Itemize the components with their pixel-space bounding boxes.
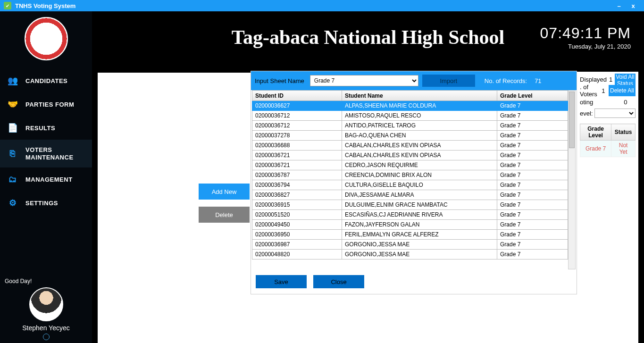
nav-candidates[interactable]: 👥 CANDIDATES (0, 69, 92, 92)
col-student-id[interactable]: Student ID (252, 91, 342, 101)
student-id-label: Student ID (196, 96, 252, 103)
app-title: TNHS Voting System (15, 2, 75, 9)
rp-col-status[interactable]: Status (611, 124, 636, 141)
fullname-label: Fullname (196, 119, 252, 126)
nav-settings[interactable]: ⚙ SETTINGS (0, 191, 92, 215)
app-icon: ✔ (4, 2, 11, 9)
sidebar: 👥 CANDIDATES 🤝 PARTIES FORM 📄 RESULTS ⎘ … (0, 11, 92, 343)
titlebar: ✔ TNHS Voting System – x (0, 0, 644, 11)
parties-icon: 🤝 (8, 99, 18, 109)
nav-results[interactable]: 📄 RESULTS (0, 116, 92, 140)
status-grid[interactable]: Grade Level Status Grade 7 Not Yet (580, 124, 636, 280)
grid-scrollbar[interactable] (568, 90, 576, 269)
table-row[interactable]: 02000036987GORGONIO,JESSA MAEGrade 7 (252, 240, 568, 250)
nav-management[interactable]: 🗂 MANAGEMENT (0, 167, 92, 191)
student-id-input[interactable] (196, 105, 243, 115)
table-row[interactable]: 02000036627ALPAS,SHEENA MARIE COLDURAGra… (252, 101, 568, 111)
table-row[interactable]: 02000048820GORGONIO,JESSA MAEGrade 7 (252, 250, 568, 259)
nav-label: SETTINGS (25, 200, 58, 207)
right-panel: Displayed 1 Void All Status . of Voters … (577, 72, 638, 280)
nav-label: VOTERS MAINTENANCE (25, 146, 84, 161)
nav-label: MANAGEMENT (25, 176, 73, 183)
close-button[interactable]: Close (313, 275, 364, 288)
results-icon: 📄 (8, 123, 18, 133)
table-row[interactable]: 02000036688CABALAN,CHARLES KEVIN OPIASAG… (252, 141, 568, 151)
table-row[interactable]: 02000036712AMISTOSO,RAQUEL RESCOGrade 7 (252, 111, 568, 121)
input-sheet-label: Input Sheet Name (255, 77, 304, 84)
candidates-icon: 👥 (8, 75, 18, 86)
table-row[interactable]: 02000036827DIVA,JESSAMAE ALMARAGrade 7 (252, 190, 568, 200)
time: 07:49:11 PM (540, 25, 631, 42)
lock-icon[interactable] (43, 334, 50, 340)
students-grid[interactable]: Student ID Student Name Grade Level 0200… (252, 90, 568, 259)
settings-icon: ⚙ (8, 198, 18, 208)
delete-button[interactable]: Delete (199, 207, 250, 223)
nav-label: CANDIDATES (25, 77, 67, 84)
nav-voters-maintenance[interactable]: ⎘ VOTERS MAINTENANCE (0, 140, 92, 167)
records-value: 71 (535, 77, 541, 84)
table-row[interactable]: 02000036787CREENCIA,DOMINIC BRIX ALONGra… (252, 170, 568, 180)
greeting: Good Day! (5, 278, 87, 284)
close-window-button[interactable]: x (626, 2, 640, 9)
voting-label: oting (580, 99, 616, 106)
grade-level-input[interactable] (196, 151, 243, 161)
void-all-button[interactable]: Void All Status (615, 74, 636, 85)
clock: 07:49:11 PM Tuesday, July 21, 2020 (540, 25, 631, 50)
sheet-select[interactable]: Grade 7 (310, 75, 418, 86)
nav-parties[interactable]: 🤝 PARTIES FORM (0, 92, 92, 116)
voters-label: . of Voters (580, 84, 598, 98)
voters-icon: ⎘ (8, 149, 18, 159)
delete-all-button[interactable]: Delete All (609, 85, 636, 96)
voting-value: 0 (616, 99, 636, 106)
table-row[interactable]: 02000036950FERIL,EMMALYN GRACE ALFEREZGr… (252, 230, 568, 240)
save-button[interactable]: Save (256, 275, 307, 288)
displayed-label: Displayed (580, 76, 607, 83)
level-select[interactable] (594, 109, 636, 118)
import-modal: Input Sheet Name Grade 7 Import No. of R… (251, 71, 577, 294)
user-avatar (29, 287, 63, 321)
level-label: evel: (580, 110, 593, 117)
records-label: No. of Records: (485, 77, 527, 84)
displayed-value: 1 (607, 76, 615, 83)
table-row[interactable]: 02000049450FAZON,JAYFERSON GALANGrade 7 (252, 220, 568, 230)
table-row[interactable]: 02000051520ESCASIÑAS,CJ AEDRIANNE RIVERA… (252, 210, 568, 220)
nav-label: RESULTS (25, 125, 55, 132)
voters-value: 1 (598, 87, 609, 94)
grade-level-label: Grade Level (196, 142, 252, 150)
content-area: Tag-abaca National High School 07:49:11 … (92, 11, 644, 343)
nav-label: PARTIES FORM (25, 101, 74, 108)
voter-form: Student ID Fullname Grade Level (196, 96, 252, 166)
col-student-name[interactable]: Student Name (342, 91, 497, 101)
add-new-button[interactable]: Add New (199, 184, 250, 200)
table-row[interactable]: 02000036915DULGUIME,ELNIM GRACE NAMBATAC… (252, 200, 568, 210)
username: Stephen Yecyec (22, 324, 69, 332)
fullname-input[interactable] (196, 128, 243, 138)
import-button[interactable]: Import (422, 75, 475, 87)
table-row[interactable]: 02000036721CABALAN,CHARLES KEVIN OPIASAG… (252, 151, 568, 160)
table-row[interactable]: 02000037278BAG-AO,QUENA CHENGrade 7 (252, 131, 568, 141)
school-title: Tag-abaca National High School (232, 26, 504, 49)
management-icon: 🗂 (8, 174, 18, 184)
table-row[interactable]: 02000036721CEDRO,JASON REQUIRMEGrade 7 (252, 160, 568, 170)
minimize-button[interactable]: – (612, 2, 626, 9)
table-row[interactable]: 02000036794CULTURA,GISELLE BAQUILOGrade … (252, 180, 568, 190)
rp-col-grade[interactable]: Grade Level (580, 124, 611, 141)
table-row[interactable]: 02000036712ANTIDO,PATRICEL TAROGGrade 7 (252, 121, 568, 131)
col-grade-level[interactable]: Grade Level (497, 91, 568, 101)
status-row[interactable]: Grade 7 Not Yet (580, 141, 636, 157)
school-logo (25, 17, 68, 60)
date: Tuesday, July 21, 2020 (540, 43, 631, 50)
